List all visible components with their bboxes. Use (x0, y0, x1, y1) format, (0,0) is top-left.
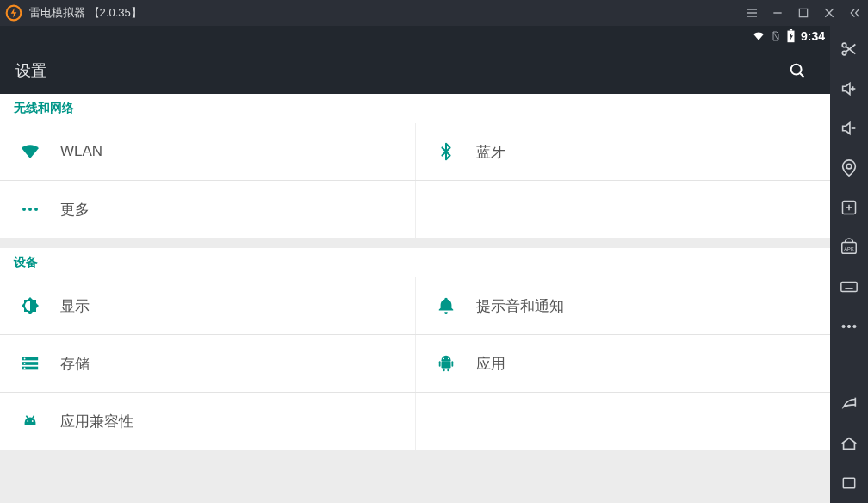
nav-home-icon[interactable] (830, 424, 868, 463)
svg-point-44 (24, 368, 26, 369)
svg-rect-30 (843, 478, 854, 488)
svg-rect-33 (790, 29, 792, 31)
settings-item-more[interactable]: 更多 (0, 181, 415, 238)
settings-item-label: 显示 (60, 296, 90, 316)
volume-down-icon[interactable] (830, 109, 868, 148)
svg-text:APK: APK (844, 246, 854, 251)
sim-status-icon (771, 30, 781, 42)
settings-item-bluetooth[interactable]: 蓝牙 (415, 123, 830, 180)
apk-install-icon[interactable]: APK (830, 227, 868, 267)
add-window-icon[interactable] (830, 188, 868, 227)
settings-item-label: 应用 (476, 354, 505, 374)
svg-point-34 (791, 64, 802, 74)
page-title: 设置 (16, 60, 46, 81)
svg-point-47 (448, 358, 450, 360)
svg-point-42 (24, 358, 26, 360)
svg-rect-5 (799, 9, 807, 16)
android-icon (416, 354, 476, 373)
settings-item-label: 存储 (60, 354, 90, 374)
more-icon[interactable] (830, 307, 868, 346)
settings-item-wlan[interactable]: WLAN (0, 123, 415, 180)
settings-item-empty (415, 181, 830, 238)
svg-point-9 (842, 51, 846, 55)
location-icon[interactable] (830, 148, 868, 188)
svg-rect-48 (439, 361, 441, 366)
svg-line-55 (33, 416, 34, 419)
svg-point-8 (842, 43, 846, 47)
settings-appbar: 设置 (0, 47, 830, 94)
settings-item-sound[interactable]: 提示音和通知 (415, 277, 830, 334)
settings-item-compat[interactable]: 应用兼容性 (0, 393, 415, 450)
svg-point-27 (842, 325, 845, 327)
svg-point-37 (28, 208, 32, 211)
app-logo-icon (5, 4, 22, 22)
bell-icon (416, 296, 476, 315)
svg-line-54 (26, 416, 28, 419)
android-head-icon (0, 412, 60, 431)
section-header-device: 设备 (0, 248, 830, 277)
bluetooth-icon (416, 142, 476, 161)
svg-line-35 (800, 72, 803, 76)
search-button[interactable] (780, 53, 815, 88)
nav-back-icon[interactable] (830, 384, 868, 424)
settings-item-display[interactable]: 显示 (0, 277, 415, 334)
settings-item-storage[interactable]: 存储 (0, 335, 415, 392)
svg-point-43 (24, 363, 26, 364)
svg-point-38 (34, 208, 38, 211)
volume-up-icon[interactable] (830, 69, 868, 109)
settings-item-label: 提示音和通知 (476, 296, 564, 316)
settings-item-label: 应用兼容性 (60, 412, 133, 432)
svg-point-29 (853, 325, 856, 327)
settings-body: 无线和网络 WLAN 蓝牙 (0, 94, 830, 503)
battery-status-icon (786, 29, 796, 43)
window-title: 雷电模拟器 【2.0.35】 (29, 5, 142, 21)
svg-point-28 (847, 325, 850, 327)
svg-rect-49 (451, 361, 453, 366)
settings-item-label: WLAN (60, 143, 102, 160)
brightness-icon (0, 295, 60, 316)
minimize-button[interactable] (765, 0, 790, 26)
nav-recent-icon[interactable] (830, 463, 868, 503)
settings-item-empty (415, 393, 830, 450)
keyboard-icon[interactable] (830, 267, 868, 307)
svg-point-52 (27, 420, 28, 422)
scissors-icon[interactable] (830, 29, 868, 69)
maximize-button[interactable] (790, 0, 816, 26)
side-toolbar: APK (830, 26, 868, 503)
svg-rect-51 (447, 369, 449, 372)
collapse-sidebar-button[interactable] (842, 0, 868, 26)
svg-point-15 (846, 164, 852, 169)
settings-item-label: 蓝牙 (476, 142, 505, 162)
android-statusbar: 9:34 (0, 26, 830, 47)
wifi-icon (0, 141, 60, 162)
settings-item-apps[interactable]: 应用 (415, 335, 830, 392)
settings-item-label: 更多 (60, 200, 90, 220)
svg-rect-50 (443, 369, 445, 372)
svg-point-36 (22, 208, 26, 211)
svg-point-46 (443, 358, 444, 360)
menu-button[interactable] (739, 0, 765, 26)
window-titlebar: 雷电模拟器 【2.0.35】 (0, 0, 868, 26)
android-screen: 9:34 设置 无线和网络 WLAN (0, 26, 830, 503)
svg-point-53 (32, 420, 34, 422)
close-button[interactable] (816, 0, 842, 26)
section-header-wireless: 无线和网络 (0, 94, 830, 123)
svg-rect-45 (442, 361, 451, 368)
wifi-status-icon (752, 30, 766, 42)
status-clock: 9:34 (801, 29, 825, 43)
storage-icon (0, 354, 60, 373)
more-horizontal-icon (0, 199, 60, 220)
svg-rect-21 (841, 283, 857, 292)
